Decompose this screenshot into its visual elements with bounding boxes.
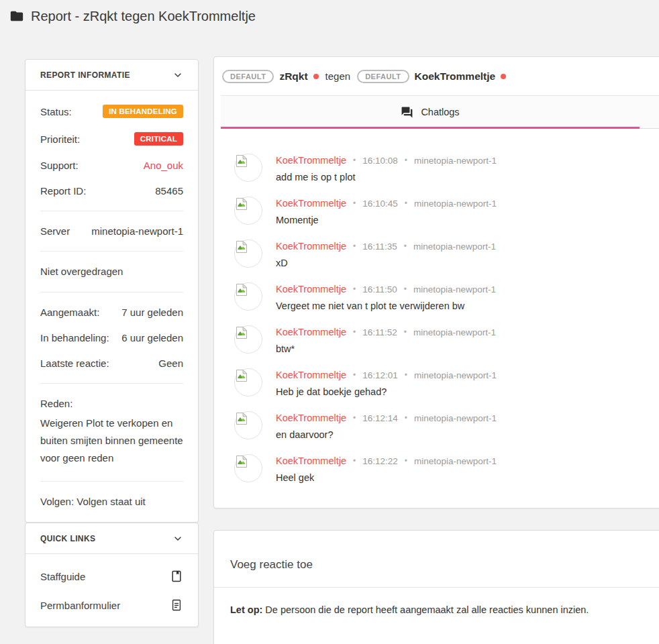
separator-dot: • <box>353 156 356 165</box>
folder-icon <box>9 9 24 23</box>
status-dot-reporter <box>313 74 319 79</box>
chat-text: Heel gek <box>276 470 497 485</box>
chat-server: minetopia-newport-1 <box>414 456 497 466</box>
chat-author-link[interactable]: KoekTrommeltje <box>276 327 346 337</box>
chat-message-meta: KoekTrommeltje • 16:11:50 • minetopia-ne… <box>276 282 496 296</box>
follow-section: Volgen: Volgen staat uit <box>26 482 198 522</box>
chat-text: Momentje <box>276 213 497 227</box>
tab-chatlogs[interactable]: Chatlogs <box>221 96 640 128</box>
chat-author-link[interactable]: KoekTrommeltje <box>276 155 346 166</box>
broken-image-icon <box>236 412 248 425</box>
transfer-status: Niet overgedragen <box>40 266 123 277</box>
separator-dot: • <box>405 199 407 208</box>
avatar <box>234 154 262 182</box>
tab-bar: Chatlogs <box>221 95 659 129</box>
in-progress-label: In behandeling: <box>40 332 109 343</box>
chat-text: xD <box>276 256 496 270</box>
chat-text: add me is op t plot <box>276 170 497 184</box>
priority-badge: CRITICAL <box>134 132 183 146</box>
chat-message: KoekTrommeltje • 16:10:45 • minetopia-ne… <box>234 197 659 227</box>
in-progress-row: In behandeling: 6 uur geleden <box>40 332 183 343</box>
report-info-header: REPORT INFORMATIE <box>26 60 198 91</box>
avatar <box>234 282 262 311</box>
broken-image-icon <box>236 369 248 382</box>
reporter-name-link[interactable]: zRqkt <box>279 70 307 83</box>
chat-text: Heb je dat boekje gehad? <box>276 384 497 399</box>
chat-author-link[interactable]: KoekTrommeltje <box>276 241 346 252</box>
separator-dot: • <box>353 284 356 294</box>
chat-author-link[interactable]: KoekTrommeltje <box>276 370 346 380</box>
chat-server: minetopia-newport-1 <box>414 156 497 166</box>
server-row: Server minetopia-newport-1 <box>40 225 183 237</box>
broken-image-icon <box>236 326 248 339</box>
avatar <box>234 368 262 396</box>
chat-author-link[interactable]: KoekTrommeltje <box>276 455 346 466</box>
chat-message-meta: KoekTrommeltje • 16:12:14 • minetopia-ne… <box>276 411 497 425</box>
avatar <box>234 239 262 268</box>
chat-message: KoekTrommeltje • 16:11:35 • minetopia-ne… <box>234 239 659 270</box>
chat-author-link[interactable]: KoekTrommeltje <box>276 198 346 209</box>
chat-timestamp: 16:10:45 <box>362 199 398 209</box>
report-id-row: Report ID: 85465 <box>40 185 183 197</box>
chat-message-body: KoekTrommeltje • 16:12:14 • minetopia-ne… <box>276 411 497 442</box>
status-dot-reported <box>501 74 506 79</box>
quick-link-staffguide[interactable]: Staffguide <box>26 570 198 583</box>
chat-message: KoekTrommeltje • 16:11:50 • minetopia-ne… <box>234 282 659 313</box>
chat-server: minetopia-newport-1 <box>414 370 497 380</box>
support-row: Support: Ano_ouk <box>40 160 183 171</box>
chat-server: minetopia-newport-1 <box>414 199 497 209</box>
broken-image-icon <box>236 197 248 211</box>
quick-links-header: QUICK LINKS <box>26 523 198 554</box>
chat-author-link[interactable]: KoekTrommeltje <box>276 284 346 294</box>
page-title: Report - zRqkt tegen KoekTrommeltje <box>31 9 256 24</box>
chat-server: minetopia-newport-1 <box>413 327 496 337</box>
avatar <box>234 411 262 439</box>
chevron-down-icon[interactable] <box>172 70 183 80</box>
reason-label: Reden: <box>40 398 183 409</box>
separator-dot: • <box>405 156 407 165</box>
status-row: Status: IN BEHANDELING <box>40 105 183 118</box>
quick-link-permbanformulier[interactable]: Permbanformulier <box>26 598 198 612</box>
chat-text: en daarvoor? <box>276 427 497 442</box>
priority-label: Prioriteit: <box>40 133 80 145</box>
support-user-link[interactable]: Ano_ouk <box>144 160 183 171</box>
chat-server: minetopia-newport-1 <box>413 284 496 294</box>
chat-message-body: KoekTrommeltje • 16:10:08 • minetopia-ne… <box>276 154 497 184</box>
report-info-panel: REPORT INFORMATIE Status: IN BEHANDELING… <box>25 59 199 523</box>
chat-author-link[interactable]: KoekTrommeltje <box>276 413 346 423</box>
follow-status: Volgen: Volgen staat uit <box>40 496 146 507</box>
transfer-section: Niet overgedragen <box>26 252 198 292</box>
chat-timestamp: 16:12:14 <box>362 413 398 423</box>
avatar <box>234 197 262 225</box>
avatar <box>234 325 262 354</box>
status-badge: IN BEHANDELING <box>103 105 183 118</box>
separator-dot: • <box>404 327 407 337</box>
chat-message-body: KoekTrommeltje • 16:11:35 • minetopia-ne… <box>276 239 496 270</box>
chat-text: Vergeet me niet van t plot te verwijdere… <box>276 299 496 313</box>
book-icon <box>170 570 183 583</box>
created-row: Aangemaakt: 7 uur geleden <box>40 307 183 318</box>
chat-server: minetopia-newport-1 <box>414 413 497 423</box>
chat-message-body: KoekTrommeltje • 16:12:01 • minetopia-ne… <box>276 368 497 399</box>
report-id-value: 85465 <box>155 185 183 197</box>
separator-dot: • <box>404 241 407 251</box>
separator-dot: • <box>353 370 356 380</box>
separator-dot: • <box>353 241 356 251</box>
chat-message: KoekTrommeltje • 16:12:01 • minetopia-ne… <box>234 368 659 399</box>
separator-dot: • <box>353 199 356 208</box>
chat-message-meta: KoekTrommeltje • 16:12:01 • minetopia-ne… <box>276 368 497 382</box>
separator-dot: • <box>405 456 407 466</box>
chat-timestamp: 16:11:52 <box>362 327 397 337</box>
server-value: minetopia-newport-1 <box>91 225 183 237</box>
rank-badge-reported: DEFAULT <box>357 70 409 83</box>
created-label: Aangemaakt: <box>40 307 99 318</box>
chevron-down-icon[interactable] <box>172 533 183 544</box>
chat-message: KoekTrommeltje • 16:11:52 • minetopia-ne… <box>234 325 659 356</box>
chat-message-meta: KoekTrommeltje • 16:10:08 • minetopia-ne… <box>276 154 497 167</box>
chat-message-body: KoekTrommeltje • 16:11:52 • minetopia-ne… <box>276 325 496 356</box>
last-reaction-label: Laatste reactie: <box>40 358 109 369</box>
report-versus-header: DEFAULT zRqkt tegen DEFAULT KoekTrommelt… <box>214 57 659 95</box>
support-label: Support: <box>40 160 79 171</box>
reported-name-link[interactable]: KoekTrommeltje <box>415 70 496 83</box>
reaction-note-bold: Let op: <box>230 604 262 615</box>
